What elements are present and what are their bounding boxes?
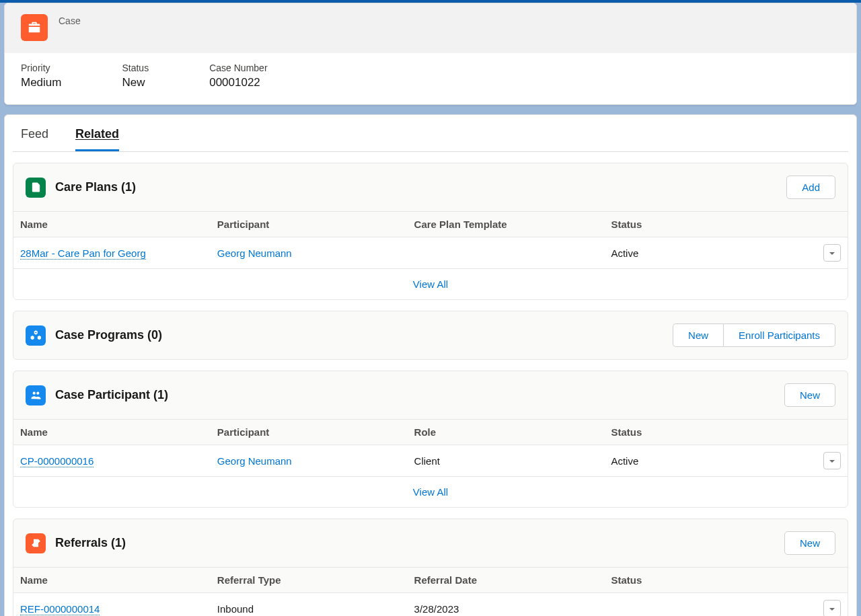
- table-header: Name Referral Type Referral Date Status: [13, 567, 848, 593]
- related-title: Care Plans (1): [55, 180, 777, 194]
- col-status: Status: [611, 426, 808, 438]
- object-label: Case: [59, 15, 81, 26]
- view-all-row: View All: [13, 477, 848, 507]
- referral-link[interactable]: REF-0000000014: [20, 603, 100, 615]
- referrals-icon: [26, 533, 46, 553]
- tab-bar: Feed Related: [13, 115, 848, 152]
- view-all-link[interactable]: View All: [413, 486, 448, 498]
- chevron-down-icon: [829, 603, 835, 615]
- care-plan-link[interactable]: 28Mar - Care Pan for Georg: [20, 247, 146, 260]
- field-label: Status: [122, 63, 149, 73]
- case-programs-icon: [26, 325, 46, 346]
- related-card-case-participant: Case Participant (1) New Name Participan…: [13, 371, 848, 508]
- related-title: Case Participant (1): [55, 388, 775, 402]
- row-actions-button[interactable]: [823, 452, 841, 469]
- participant-record-link[interactable]: CP-0000000016: [20, 455, 93, 467]
- field-value: New: [122, 76, 149, 89]
- table-row: 28Mar - Care Pan for Georg Georg Neumann…: [13, 237, 848, 269]
- table-row: REF-0000000014 Inbound 3/28/2023: [13, 593, 848, 616]
- case-icon: [21, 14, 48, 41]
- table-row: CP-0000000016 Georg Neumann Client Activ…: [13, 445, 848, 477]
- add-button[interactable]: Add: [786, 176, 835, 199]
- chevron-down-icon: [829, 247, 835, 259]
- field-priority: Priority Medium: [21, 63, 61, 89]
- related-card-referrals: Referrals (1) New Name Referral Type Ref…: [13, 518, 848, 616]
- col-participant: Participant: [217, 219, 414, 230]
- field-value: Medium: [21, 76, 61, 89]
- related-title: Referrals (1): [55, 536, 775, 550]
- related-card-case-programs: Case Programs (0) New Enroll Participant…: [13, 311, 848, 360]
- tab-feed[interactable]: Feed: [21, 127, 48, 151]
- case-participant-icon: [26, 385, 46, 406]
- col-name: Name: [20, 426, 217, 438]
- col-type: Referral Type: [217, 574, 414, 586]
- tab-related[interactable]: Related: [75, 127, 119, 151]
- new-button[interactable]: New: [784, 531, 835, 555]
- view-all-row: View All: [13, 269, 848, 299]
- care-plans-icon: [26, 178, 46, 198]
- enroll-participants-button[interactable]: Enroll Participants: [723, 323, 835, 347]
- col-status: Status: [611, 574, 808, 586]
- cell-date: 3/28/2023: [414, 603, 611, 615]
- field-case-number: Case Number 00001022: [209, 63, 267, 89]
- col-name: Name: [20, 219, 217, 230]
- highlights-panel: Case Priority Medium Status New Case Num…: [4, 3, 857, 105]
- cell-type: Inbound: [217, 603, 414, 615]
- table-header: Name Participant Role Status: [13, 419, 848, 445]
- col-role: Role: [414, 426, 611, 438]
- participant-link[interactable]: Georg Neumann: [217, 455, 292, 467]
- col-participant: Participant: [217, 426, 414, 438]
- col-status: Status: [611, 219, 808, 230]
- table-header: Name Participant Care Plan Template Stat…: [13, 211, 848, 237]
- row-actions-button[interactable]: [823, 600, 841, 616]
- col-date: Referral Date: [414, 574, 611, 586]
- related-card-care-plans: Care Plans (1) Add Name Participant Care…: [13, 163, 848, 300]
- col-template: Care Plan Template: [414, 219, 611, 230]
- field-label: Case Number: [209, 63, 267, 73]
- field-status: Status New: [122, 63, 149, 89]
- detail-panel: Feed Related Care Plans (1) Add Name Par…: [4, 114, 857, 616]
- row-actions-button[interactable]: [823, 244, 841, 262]
- participant-link[interactable]: Georg Neumann: [217, 247, 292, 259]
- field-label: Priority: [21, 63, 61, 73]
- chevron-down-icon: [829, 455, 835, 467]
- new-button[interactable]: New: [673, 323, 723, 347]
- new-button[interactable]: New: [784, 383, 835, 407]
- cell-status: Active: [611, 247, 808, 259]
- cell-status: Active: [611, 455, 808, 467]
- view-all-link[interactable]: View All: [413, 278, 448, 290]
- related-title: Case Programs (0): [55, 328, 663, 342]
- cell-role: Client: [414, 455, 611, 467]
- field-value: 00001022: [209, 76, 267, 89]
- col-name: Name: [20, 574, 217, 586]
